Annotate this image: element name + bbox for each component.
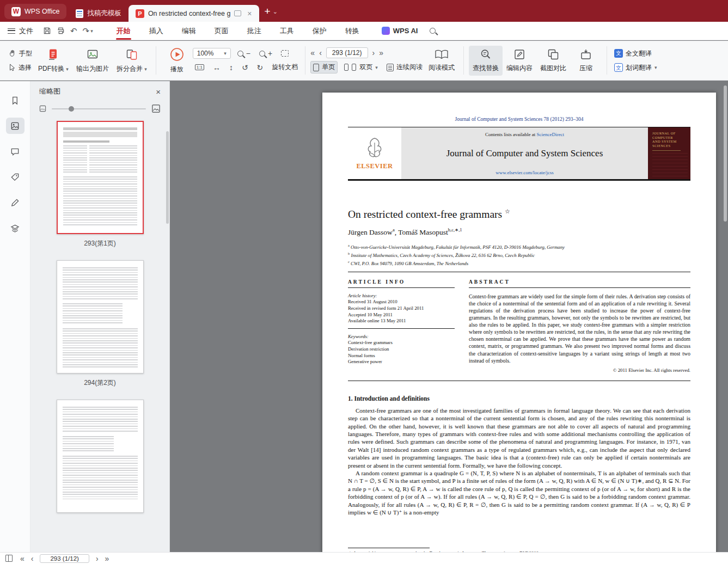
single-page-button[interactable]: 单页 [310,61,338,73]
rotate-right-button[interactable]: ↻ [255,62,266,73]
status-page-field[interactable]: 293 (1/12) [40,554,89,563]
annotate-panel-button[interactable] [6,194,25,211]
tab-list-chevron-icon[interactable]: ⌄ [273,8,278,15]
zoom-select[interactable]: 100% ▾ [193,48,231,59]
abstract-header: ABSTRACT [469,279,690,288]
tab-tools[interactable]: 工具 [271,22,303,40]
prev-page-button[interactable]: ‹ [319,49,322,57]
affiliation-line: b Institute of Mathematics, Czech Academ… [348,250,690,259]
page-thumbnail-1[interactable] [57,121,144,234]
tab-edit[interactable]: 编辑 [173,22,205,40]
read-mode-button[interactable]: 阅读模式 [425,46,458,75]
thumbnails-panel-button[interactable] [6,118,25,134]
zoom-in-button[interactable]: + [257,48,274,59]
fit-page-button[interactable]: ↕ [227,62,235,73]
ribbon-toolbar: 手型 选择 PDF转换 ▾ 输出为图片 拆分合并 ▾ 播放 [0,41,728,81]
status-last-page-button[interactable]: » [105,555,109,562]
double-page-button[interactable]: 双页 ▾ [342,62,380,73]
slider-knob[interactable] [69,106,74,112]
file-menu[interactable]: 文件 [8,26,33,36]
document-area[interactable]: Journal of Computer and System Sciences … [170,81,728,552]
article-info-column: ARTICLE INFO Article history: Received 3… [348,279,455,373]
print-button[interactable] [57,27,65,35]
tab-insert[interactable]: 插入 [140,22,173,40]
journal-url-link[interactable]: www.elsevier.com/locate/jcss [495,170,553,175]
pdf-convert-icon [47,48,60,61]
fit-width-button[interactable]: ↔ [211,62,223,73]
split-merge-button[interactable]: 拆分合并 ▾ [113,45,151,76]
page-number-field[interactable]: 293 (1/12) [326,47,368,58]
tab-convert[interactable]: 转换 [336,22,369,40]
thumbnails-icon [10,121,20,131]
keywords-label: Keywords: [348,334,455,340]
full-translate-button[interactable]: 文 全文翻译 [612,48,659,59]
export-image-button[interactable]: 输出为图片 [72,45,113,76]
sciencedirect-link[interactable]: ScienceDirect [537,132,564,137]
document-scrollbar[interactable] [724,85,727,222]
fit-selection-button[interactable] [279,49,291,58]
find-replace-button[interactable]: 查找替换 [469,46,503,76]
status-next-page-button[interactable]: › [96,555,99,562]
screenshot-compare-icon [547,48,559,60]
zoom-out-button[interactable]: − [235,48,253,59]
history-line: Available online 13 May 2011 [348,318,455,324]
layers-panel-button[interactable] [6,220,25,236]
last-page-button[interactable]: » [379,49,383,57]
redo-button[interactable]: ↷ ▾ [83,26,93,36]
play-button[interactable]: 播放 [161,45,193,77]
wps-ai-button[interactable]: WPS AI [382,27,418,35]
continuous-read-button[interactable]: 连续阅读 [384,62,425,73]
tab-status-icon [234,10,241,16]
tab-wps-home[interactable]: W WPS Office [4,4,66,19]
select-tool-button[interactable]: 选择 [7,62,34,73]
thumb-decoration [63,132,137,137]
bookmarks-panel-button[interactable] [6,92,25,108]
slider-track[interactable] [52,108,146,109]
pdf-convert-label: PDF转换 ▾ [38,64,69,73]
pdf-file-icon: P [136,9,144,18]
page-thumbnail-3[interactable] [57,400,144,513]
undo-button[interactable]: ↶ [70,26,77,36]
tab-template-doc[interactable]: 找稿壳模板 [69,5,129,22]
thumbnail-scrollbar[interactable] [166,131,169,224]
comments-panel-button[interactable] [6,143,25,160]
pdf-convert-button[interactable]: PDF转换 ▾ [34,45,72,76]
panel-toggle-icon[interactable] [5,555,13,562]
menubar-search-button[interactable] [430,26,436,36]
screenshot-compare-button[interactable]: 截图对比 [536,46,570,76]
tab-comment[interactable]: 批注 [238,22,271,40]
quick-actions: ↶ ↷ ▾ [43,26,93,36]
continuous-read-label: 连续阅读 [396,63,423,72]
menubar: 文件 ↶ ↷ ▾ 开始 插入 编辑 页面 批注 工具 保护 转换 [0,22,728,40]
keyword-line: Normal forms [348,353,455,359]
rotate-left-button[interactable]: ↺ [240,62,250,73]
section-heading: 1. Introduction and definitions [348,395,690,402]
edit-content-button[interactable]: 编辑内容 [503,46,536,76]
tab-page[interactable]: 页面 [205,22,238,40]
word-translate-dropdown-icon: ▾ [654,65,657,70]
compress-button[interactable]: 压缩 [570,46,602,76]
hand-tool-button[interactable]: 手型 [7,48,34,59]
status-prev-page-button[interactable]: ‹ [31,555,34,562]
first-page-button[interactable]: « [310,49,315,57]
tab-close-icon[interactable]: × [247,9,252,18]
save-button[interactable] [43,27,51,35]
next-page-button[interactable]: › [372,49,375,57]
page-thumbnail-2[interactable] [57,260,144,373]
tab-home[interactable]: 开始 [107,22,140,40]
tab-protect[interactable]: 保护 [303,22,336,40]
tags-panel-button[interactable] [6,169,25,185]
status-first-page-button[interactable]: « [20,555,25,562]
history-line: Received in revised form 21 April 2011 [348,305,455,312]
word-translate-button[interactable]: 文 划词翻译 ▾ [612,62,659,73]
keyword-line: Derivation restriction [348,346,455,353]
new-tab-button[interactable]: + [265,6,271,16]
zoom-dropdown-icon: ▾ [224,51,227,56]
hand-icon [9,50,16,57]
actual-size-button[interactable]: 1:1 [193,63,206,71]
rotate-doc-label[interactable]: 旋转文档 [270,62,300,73]
thumbnail-caption-2: 294(第2页) [30,378,169,388]
thumbnail-panel-close-icon[interactable]: × [156,87,161,96]
tab-current-pdf[interactable]: P On restricted context-free g × [129,5,259,22]
statusbar: « ‹ 293 (1/12) › » [0,552,728,564]
